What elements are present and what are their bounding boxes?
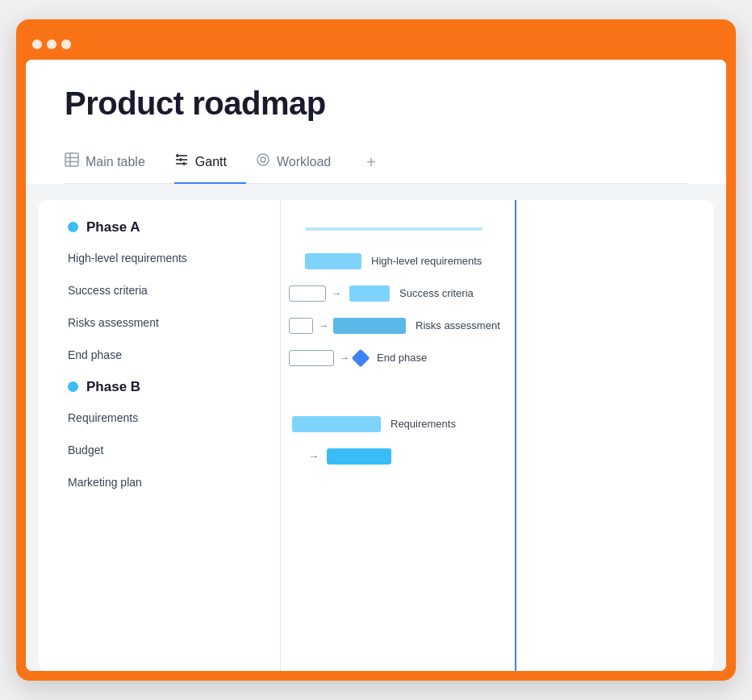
risks-arrow: → bbox=[318, 319, 328, 331]
phase-a-bar bbox=[305, 227, 483, 231]
browser-chrome bbox=[26, 29, 726, 60]
task-success-label: Success criteria bbox=[68, 284, 148, 297]
budget-filled-bar bbox=[327, 448, 391, 465]
gantt-row-budget: → bbox=[281, 445, 713, 468]
high-level-gantt-label: High-level requirements bbox=[371, 255, 482, 267]
browser-dot-2 bbox=[47, 40, 56, 49]
task-high-level-label: High-level requirements bbox=[68, 252, 187, 265]
phase-b-dot bbox=[68, 381, 78, 392]
success-filled-bar bbox=[349, 285, 390, 302]
gantt-row-high-level: High-level requirements bbox=[281, 250, 713, 273]
end-phase-arrow: → bbox=[339, 352, 349, 364]
risks-outline-bar bbox=[289, 318, 313, 334]
end-phase-milestone bbox=[352, 348, 370, 367]
phase-a-group: Phase A High-level requirements Success … bbox=[68, 216, 280, 366]
phase-b-gantt-header-row bbox=[281, 379, 713, 402]
gantt-icon bbox=[174, 152, 189, 171]
risks-filled-bar bbox=[333, 318, 406, 334]
success-outline-bar bbox=[289, 285, 326, 302]
risks-gantt-label: Risks assessment bbox=[416, 319, 500, 331]
task-success-criteria: Success criteria bbox=[68, 279, 280, 302]
tab-main-table[interactable]: Main table bbox=[65, 144, 165, 184]
task-end-phase-label: End phase bbox=[68, 348, 122, 361]
end-phase-outline-bar bbox=[289, 350, 334, 366]
task-marketing-plan: Marketing plan bbox=[68, 471, 280, 494]
gantt-row-requirements: Requirements bbox=[281, 413, 713, 435]
tab-main-table-label: Main table bbox=[86, 155, 145, 169]
tab-gantt[interactable]: Gantt bbox=[174, 144, 246, 184]
success-gantt-label: Success criteria bbox=[399, 287, 474, 299]
gantt-chart: High-level requirements → Success criter… bbox=[281, 200, 713, 672]
task-budget: Budget bbox=[68, 439, 280, 461]
tab-workload[interactable]: Workload bbox=[256, 144, 350, 184]
task-requirements: Requirements bbox=[68, 406, 280, 429]
gantt-row-risks: → Risks assessment bbox=[281, 315, 713, 337]
browser-dot-3 bbox=[61, 40, 71, 49]
add-tab-button[interactable]: + bbox=[360, 145, 382, 183]
gantt-panel: Phase A High-level requirements Success … bbox=[39, 200, 713, 672]
phase-a-gantt-header-row bbox=[281, 216, 713, 239]
phase-b-label: Phase B bbox=[86, 379, 140, 395]
phase-a-header: Phase A bbox=[68, 216, 280, 235]
gantt-left-panel: Phase A High-level requirements Success … bbox=[39, 200, 281, 672]
task-end-phase: End phase bbox=[68, 344, 280, 366]
high-level-bar-container: High-level requirements bbox=[305, 253, 482, 269]
app-header: Product roadmap Main table bbox=[26, 60, 726, 184]
budget-bar-container: → bbox=[308, 448, 391, 465]
end-phase-gantt-label: End phase bbox=[377, 352, 427, 364]
phase-b-header: Phase B bbox=[68, 376, 280, 395]
phase-a-dot bbox=[68, 222, 78, 232]
task-requirements-label: Requirements bbox=[68, 411, 138, 424]
requirements-bar-container: Requirements bbox=[292, 416, 456, 432]
end-phase-bar-container: → End phase bbox=[289, 350, 427, 366]
requirements-gantt-label: Requirements bbox=[391, 418, 456, 430]
svg-point-10 bbox=[257, 154, 269, 165]
gantt-row-end-phase: → End phase bbox=[281, 347, 713, 369]
workload-icon bbox=[256, 152, 270, 171]
risks-bar-container: → Risks assessment bbox=[289, 318, 500, 334]
gantt-body: Phase A High-level requirements Success … bbox=[39, 200, 713, 672]
browser-content: Product roadmap Main table bbox=[26, 60, 726, 671]
gantt-row-success: → Success criteria bbox=[281, 282, 713, 305]
high-level-filled-bar bbox=[305, 253, 361, 269]
phase-b-group: Phase B Requirements Budget Marketing pl… bbox=[68, 376, 280, 494]
today-line bbox=[515, 200, 516, 672]
tabs-bar: Main table Gantt bbox=[65, 144, 687, 184]
success-bar-container: → Success criteria bbox=[289, 285, 474, 302]
svg-point-11 bbox=[261, 157, 265, 162]
page-title: Product roadmap bbox=[65, 85, 687, 122]
table-icon bbox=[65, 152, 79, 171]
tab-workload-label: Workload bbox=[277, 155, 331, 169]
phase-a-label: Phase A bbox=[86, 219, 140, 235]
browser-dots bbox=[32, 40, 71, 49]
task-marketing-label: Marketing plan bbox=[68, 476, 142, 489]
requirements-filled-bar bbox=[292, 416, 381, 432]
budget-arrow: → bbox=[308, 450, 319, 462]
browser-window: Product roadmap Main table bbox=[16, 19, 736, 681]
task-budget-label: Budget bbox=[68, 444, 103, 456]
browser-dot-1 bbox=[32, 40, 42, 49]
success-arrow: → bbox=[331, 287, 341, 299]
task-high-level-requirements: High-level requirements bbox=[68, 247, 280, 269]
svg-rect-0 bbox=[65, 153, 78, 166]
task-risks-assessment: Risks assessment bbox=[68, 311, 280, 334]
main-content: Phase A High-level requirements Success … bbox=[26, 184, 726, 672]
task-risks-label: Risks assessment bbox=[68, 316, 159, 329]
tab-gantt-label: Gantt bbox=[195, 155, 227, 169]
